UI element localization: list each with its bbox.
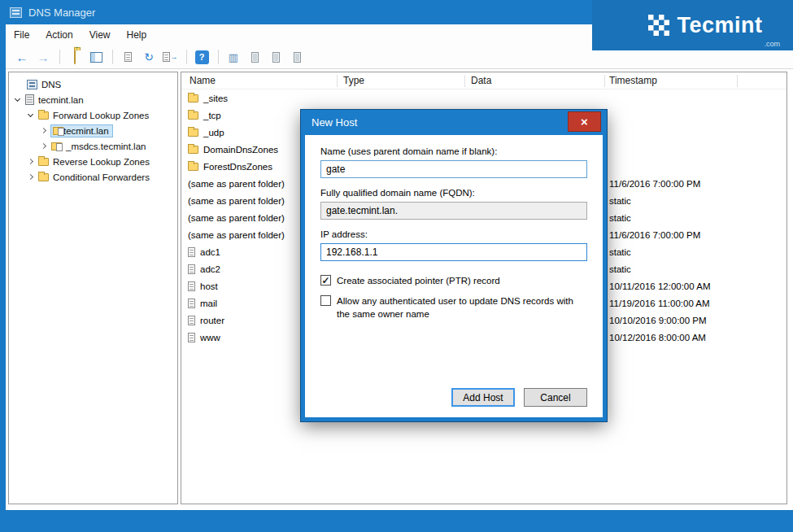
chevron-right-icon[interactable] (28, 159, 33, 164)
ip-address-input[interactable] (320, 243, 587, 261)
dns-manager-window: DNS Manager Tecmint .com File Action Vie… (0, 0, 793, 532)
authenticated-update-checkbox-label: Allow any authenticated user to update D… (337, 294, 587, 321)
tree-item-forward-lookup-zones[interactable]: Forward Lookup Zones (9, 107, 177, 123)
folder-icon (188, 146, 198, 154)
folder-icon (38, 158, 49, 166)
show-console-tree-icon[interactable] (86, 48, 106, 66)
window-border-left (0, 24, 6, 532)
menu-help[interactable]: Help (119, 26, 155, 44)
up-one-level-icon[interactable] (65, 48, 85, 66)
export-list-icon[interactable]: → (160, 48, 180, 66)
window-border-bottom (0, 510, 793, 532)
new-host-dialog: New Host × Name (uses parent domain name… (301, 110, 607, 421)
filter-icon[interactable]: ▥ (224, 48, 243, 66)
host-record-icon (188, 264, 195, 274)
binder-icon-1[interactable] (245, 48, 264, 66)
brand-name: Tecmint (677, 15, 762, 37)
column-header-type[interactable]: Type (343, 75, 364, 86)
chevron-down-icon[interactable] (28, 111, 33, 117)
menu-action[interactable]: Action (37, 26, 81, 44)
list-header: Name Type Data Timestamp (181, 72, 786, 89)
toolbar-separator (218, 50, 219, 64)
table-row[interactable]: _sites (181, 89, 786, 107)
dialog-body: Name (uses parent domain name if blank):… (305, 135, 603, 417)
chevron-right-icon[interactable] (41, 128, 46, 133)
checkbox-unchecked-icon[interactable] (320, 295, 331, 306)
folder-icon (188, 163, 198, 171)
dialog-title: New Host (312, 116, 357, 129)
add-host-button[interactable]: Add Host (451, 388, 515, 407)
menu-file[interactable]: File (6, 26, 37, 44)
checkbox-checked-icon[interactable]: ✓ (320, 275, 331, 286)
window-title: DNS Manager (28, 7, 95, 19)
zone-icon (53, 127, 63, 135)
tecmint-flag-icon (648, 15, 669, 36)
fqdn-field-label: Fully qualified domain name (FQDN): (320, 188, 587, 198)
column-header-name[interactable]: Name (190, 75, 216, 86)
column-header-timestamp[interactable]: Timestamp (609, 75, 657, 86)
tree-item-reverse-lookup-zones[interactable]: Reverse Lookup Zones (9, 154, 177, 169)
dns-manager-app-icon (10, 7, 22, 18)
ptr-checkbox-label: Create associated pointer (PTR) record (337, 274, 500, 288)
host-record-icon (188, 316, 195, 325)
tree-item-server-tecmint-lan[interactable]: tecmint.lan (9, 92, 177, 107)
folder-icon (38, 111, 49, 120)
ip-field-label: IP address: (320, 229, 587, 239)
authenticated-update-checkbox-row[interactable]: Allow any authenticated user to update D… (320, 294, 587, 321)
tree-item-conditional-forwarders[interactable]: Conditional Forwarders (9, 169, 177, 185)
help-icon[interactable]: ? (192, 48, 211, 66)
name-field-label: Name (uses parent domain name if blank): (320, 146, 587, 156)
host-record-icon (188, 299, 195, 308)
toolbar-separator (186, 50, 187, 64)
dialog-title-bar[interactable]: New Host (305, 110, 603, 135)
server-icon (25, 94, 34, 105)
cancel-button[interactable]: Cancel (524, 388, 587, 407)
dns-console-icon (27, 80, 37, 89)
column-header-data[interactable]: Data (471, 75, 491, 86)
menu-view[interactable]: View (81, 26, 119, 44)
folder-icon (38, 173, 49, 181)
chevron-right-icon[interactable] (28, 174, 33, 180)
toolbar-separator (59, 50, 60, 64)
host-name-input[interactable] (320, 160, 587, 178)
tecmint-logo: Tecmint .com (592, 0, 793, 50)
back-icon[interactable]: ← (12, 48, 32, 66)
close-icon: × (581, 115, 588, 129)
zone-icon (51, 142, 62, 150)
properties-icon[interactable] (118, 48, 137, 66)
binder-icon-3[interactable] (287, 48, 307, 66)
folder-icon (188, 129, 198, 137)
fqdn-input (320, 202, 587, 220)
dialog-button-row: Add Host Cancel (320, 388, 587, 407)
host-record-icon (188, 281, 195, 291)
toolbar-separator (112, 50, 113, 64)
forward-icon[interactable]: → (33, 48, 53, 66)
tree-item-zone-tecmint-lan[interactable]: tecmint.lan (9, 123, 177, 138)
refresh-icon[interactable]: ↻ (139, 48, 159, 66)
folder-icon (188, 111, 198, 120)
chevron-down-icon[interactable] (15, 96, 20, 102)
ptr-checkbox-row[interactable]: ✓ Create associated pointer (PTR) record (320, 274, 587, 288)
close-button[interactable]: × (568, 111, 601, 132)
chevron-right-icon[interactable] (41, 143, 46, 149)
host-record-icon (188, 247, 195, 257)
tree-item-dns-root[interactable]: DNS (9, 76, 177, 92)
menu-bar: File Action View Help (6, 24, 592, 46)
selected-tree-item: tecmint.lan (51, 125, 112, 137)
tree-item-zone-msdcs-tecmint-lan[interactable]: _msdcs.tecmint.lan (9, 138, 177, 154)
host-record-icon (188, 333, 195, 342)
console-tree-pane: DNS tecmint.lan Forward Lookup Zones tec… (8, 72, 178, 504)
binder-icon-2[interactable] (266, 48, 285, 66)
folder-icon (188, 94, 198, 102)
brand-tld: .com (764, 40, 780, 48)
